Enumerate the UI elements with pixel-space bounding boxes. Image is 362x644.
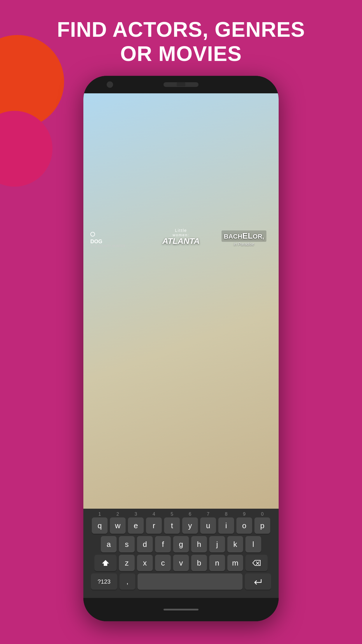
kb-key-s[interactable]: s bbox=[119, 536, 135, 552]
kb-key-p[interactable]: p bbox=[254, 517, 270, 534]
kb-delete-key[interactable] bbox=[245, 555, 268, 571]
phone-screen: 12:30 Search bbox=[83, 93, 279, 598]
kb-key-r[interactable]: r bbox=[146, 517, 162, 534]
kb-space-key[interactable] bbox=[138, 573, 242, 590]
kb-key-l[interactable]: l bbox=[245, 536, 261, 552]
front-camera bbox=[107, 81, 113, 88]
kb-key-m[interactable]: m bbox=[227, 555, 243, 571]
kb-num-2: 2 bbox=[110, 512, 126, 517]
phone-frame: 12:30 Search bbox=[83, 76, 279, 621]
keyboard: 1 2 3 4 5 6 7 8 9 0 q w e r t y u i bbox=[83, 509, 279, 598]
kb-key-a[interactable]: a bbox=[101, 536, 117, 552]
kb-key-x[interactable]: x bbox=[137, 555, 153, 571]
kb-key-f[interactable]: f bbox=[155, 536, 171, 552]
dog-logo-circle bbox=[90, 232, 95, 237]
kb-key-u[interactable]: u bbox=[200, 517, 216, 534]
kb-key-q[interactable]: q bbox=[92, 517, 108, 534]
kb-num-4: 4 bbox=[146, 512, 162, 517]
keyboard-row-1: q w e r t y u i o p bbox=[83, 517, 279, 534]
kb-key-v[interactable]: v bbox=[173, 555, 189, 571]
kb-key-z[interactable]: z bbox=[119, 555, 135, 571]
kb-key-d[interactable]: d bbox=[137, 536, 153, 552]
kb-key-g[interactable]: g bbox=[173, 536, 189, 552]
home-indicator bbox=[164, 609, 198, 610]
header-title: FIND ACTORS, GENRES OR MOVIES bbox=[0, 18, 362, 66]
keyboard-number-row: 1 2 3 4 5 6 7 8 9 0 bbox=[83, 512, 279, 517]
thumbnail-bip: BACHELOR, in Paradise bbox=[213, 159, 275, 251]
kb-key-i[interactable]: i bbox=[218, 517, 234, 534]
keyboard-row-2: a s d f g h j k l bbox=[83, 536, 279, 552]
kb-key-o[interactable]: o bbox=[236, 517, 252, 534]
phone-top-bar bbox=[83, 76, 279, 93]
kb-symbols-key[interactable]: ?123 bbox=[91, 573, 117, 590]
bg-decoration-pink bbox=[0, 111, 52, 187]
kb-key-k[interactable]: k bbox=[227, 536, 243, 552]
results-grid: DOG THE BOUNTY HUNTER Dog the Bounty Hun… bbox=[83, 156, 279, 364]
kb-num-9: 9 bbox=[236, 512, 252, 517]
kb-key-j[interactable]: j bbox=[209, 536, 225, 552]
kb-key-b[interactable]: b bbox=[191, 555, 207, 571]
kb-num-3: 3 bbox=[128, 512, 144, 517]
keyboard-row-4: ?123 , bbox=[83, 573, 279, 590]
phone-bottom-bar bbox=[83, 598, 279, 621]
svg-marker-11 bbox=[102, 560, 109, 566]
phone-sensor bbox=[177, 82, 185, 86]
keyboard-row-3: z x c v b n m bbox=[83, 555, 279, 571]
kb-num-1: 1 bbox=[92, 512, 108, 517]
kb-key-t[interactable]: t bbox=[164, 517, 180, 534]
kb-shift-key[interactable] bbox=[94, 555, 117, 571]
kb-key-c[interactable]: c bbox=[155, 555, 171, 571]
kb-num-7: 7 bbox=[200, 512, 216, 517]
kb-num-8: 8 bbox=[218, 512, 234, 517]
header-section: FIND ACTORS, GENRES OR MOVIES bbox=[0, 18, 362, 66]
kb-num-6: 6 bbox=[182, 512, 198, 517]
kb-key-y[interactable]: y bbox=[182, 517, 198, 534]
kb-enter-key[interactable] bbox=[245, 573, 271, 590]
kb-comma-key[interactable]: , bbox=[120, 573, 135, 590]
kb-key-e[interactable]: e bbox=[128, 517, 144, 534]
kb-num-0: 0 bbox=[254, 512, 270, 517]
kb-key-w[interactable]: w bbox=[110, 517, 126, 534]
kb-num-5: 5 bbox=[164, 512, 180, 517]
result-item-bip[interactable]: BACHELOR, in Paradise Bachelor in Paradi… bbox=[213, 159, 275, 268]
kb-key-n[interactable]: n bbox=[209, 555, 225, 571]
kb-key-h[interactable]: h bbox=[191, 536, 207, 552]
